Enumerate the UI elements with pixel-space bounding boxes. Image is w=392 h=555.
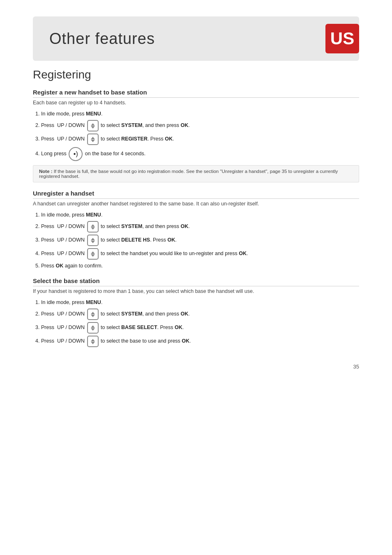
up-down-icon-7	[87, 322, 99, 334]
unregister-step-5: Press OK again to confirm.	[41, 262, 359, 270]
subsection-select-base: Select the base station If your handset …	[33, 277, 359, 347]
us-badge: US	[325, 24, 359, 53]
unregister-steps-list: In idle mode, press MENU. Press UP / DOW…	[33, 211, 359, 270]
subsection-title-unregister: Unregister a handset	[33, 190, 359, 199]
subsection-register-new-handset: Register a new handset to base station E…	[33, 89, 359, 182]
register-steps-list: In idle mode, press MENU. Press UP / DOW…	[33, 110, 359, 161]
up-down-icon-6	[87, 309, 99, 320]
up-down-icon-4	[87, 235, 99, 246]
select-base-step-3: Press UP / DOWN to select BASE SELECT. P…	[41, 322, 359, 334]
up-down-icon-5	[87, 248, 99, 260]
unregister-step-4: Press UP / DOWN to select the handset yo…	[41, 248, 359, 260]
section-title-registering: Registering	[33, 68, 359, 81]
up-down-icon-8	[87, 336, 99, 347]
select-base-step-2: Press UP / DOWN to select SYSTEM, and th…	[41, 309, 359, 320]
register-note: Note : If the base is full, the base wou…	[33, 165, 359, 182]
select-base-step-4: Press UP / DOWN to select the base to us…	[41, 336, 359, 347]
header-banner: Other features US	[33, 16, 359, 61]
register-intro: Each base can register up to 4 handsets.	[33, 100, 359, 106]
page-title: Other features	[49, 30, 155, 48]
unregister-step-2: Press UP / DOWN to select SYSTEM, and th…	[41, 221, 359, 233]
register-step-1: In idle mode, press MENU.	[41, 110, 359, 118]
base-press-icon: •)	[69, 147, 83, 161]
register-step-4: Long press •) on the base for 4 seconds.	[41, 147, 359, 161]
up-down-icon-2	[87, 134, 99, 145]
select-base-intro: If your handset is registered to more th…	[33, 288, 359, 294]
subsection-unregister-handset: Unregister a handset A handset can unreg…	[33, 190, 359, 270]
subsection-title-select-base: Select the base station	[33, 277, 359, 286]
unregister-step-1: In idle mode, press MENU.	[41, 211, 359, 219]
page-number: 35	[33, 364, 359, 370]
up-down-icon-1	[87, 120, 99, 131]
subsection-title-register: Register a new handset to base station	[33, 89, 359, 98]
up-down-icon-3	[87, 221, 99, 233]
register-step-2: Press UP / DOWN to select SYSTEM, and th…	[41, 120, 359, 131]
unregister-intro: A handset can unregister another handset…	[33, 201, 359, 207]
select-base-step-1: In idle mode, press MENU.	[41, 298, 359, 306]
register-step-3: Press UP / DOWN to select REGISTER. Pres…	[41, 134, 359, 145]
select-base-steps-list: In idle mode, press MENU. Press UP / DOW…	[33, 298, 359, 347]
unregister-step-3: Press UP / DOWN to select DELETE HS. Pre…	[41, 235, 359, 246]
